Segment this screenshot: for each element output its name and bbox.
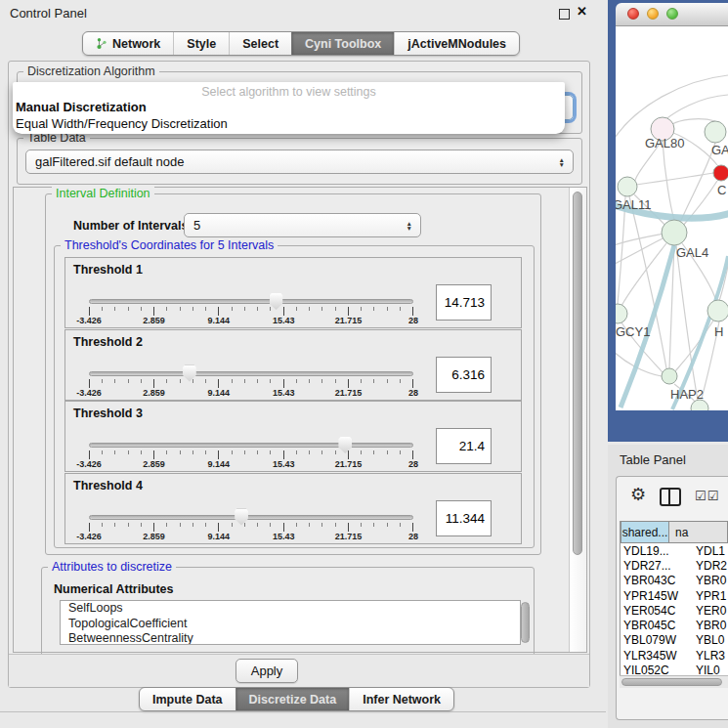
- algorithm-option-equal-width-frequency-discretization[interactable]: Equal Width/Frequency Discretization: [16, 116, 228, 131]
- tick-label: 15.43: [273, 459, 295, 469]
- table-row[interactable]: YLR345WYLR3: [621, 648, 728, 663]
- cell-shared-name[interactable]: YLR345W: [621, 649, 692, 663]
- checkbox-checked-icon[interactable]: ☑☑: [695, 489, 719, 503]
- threshold-label: Threshold 1: [73, 263, 143, 277]
- slider-track[interactable]: [89, 299, 413, 304]
- split-columns-icon[interactable]: [660, 488, 681, 506]
- threshold-3-value-field[interactable]: 21.4: [436, 428, 492, 464]
- number-of-intervals-label: Number of Intervals: [73, 219, 188, 233]
- attribute-item-betweennesscentrality[interactable]: BetweennessCentrality: [61, 631, 520, 645]
- network-node-gal11[interactable]: [618, 177, 637, 196]
- slider-track[interactable]: [89, 371, 413, 376]
- attributes-list-scrollbar[interactable]: [521, 602, 530, 643]
- table-row[interactable]: YBL079WYBL0: [621, 633, 728, 648]
- table-row[interactable]: YER054CYER0: [621, 603, 728, 618]
- cell-shared-name[interactable]: YDL19...: [621, 544, 692, 558]
- network-node-hap2[interactable]: [662, 368, 677, 384]
- threshold-2-value-field[interactable]: 6.316: [436, 357, 492, 393]
- tab-select[interactable]: Select: [229, 32, 291, 55]
- table-row[interactable]: YBR045CYBR0: [621, 618, 728, 632]
- threshold-4-slider[interactable]: -3.4262.8599.14415.4321.71528: [89, 509, 413, 544]
- cell-shared-name[interactable]: YBR043C: [621, 574, 692, 587]
- tick-label: 9.144: [208, 532, 231, 541]
- cell-name[interactable]: YDL1: [692, 544, 728, 558]
- algorithm-option-manual-discretization[interactable]: Manual Discretization: [16, 100, 147, 114]
- attributes-group: Attributes to discretize Numerical Attri…: [41, 567, 535, 662]
- tick-label: 9.144: [208, 316, 231, 325]
- cell-shared-name[interactable]: YPR145W: [621, 589, 692, 603]
- threshold-4-value-field[interactable]: 11.344: [436, 500, 492, 536]
- network-node-h[interactable]: [707, 300, 728, 321]
- threshold-3-slider[interactable]: -3.4262.8599.14415.4321.71528: [89, 437, 413, 472]
- tab-label: Impute Data: [152, 693, 223, 707]
- tick-label: -3.426: [76, 459, 102, 469]
- settings-scrollpane: Interval Definition Number of Intervals …: [13, 187, 587, 653]
- table-horizontal-scrollbar[interactable]: [620, 675, 728, 688]
- tab-discretize-data[interactable]: Discretize Data: [236, 688, 350, 710]
- attribute-item-selfloops[interactable]: SelfLoops: [61, 601, 520, 617]
- network-node-gcy1[interactable]: [616, 304, 627, 323]
- close-icon[interactable]: ✕: [577, 4, 587, 19]
- tab-cyni-toolbox[interactable]: Cyni Toolbox: [291, 32, 394, 55]
- thresholds-coordinates-label: Threshold's Coordinates for 5 Intervals: [61, 238, 278, 252]
- threshold-2-slider[interactable]: -3.4262.8599.14415.4321.71528: [89, 365, 413, 401]
- slider-tick-labels: -3.4262.8599.14415.4321.71528: [89, 459, 413, 469]
- slider-track[interactable]: [89, 515, 413, 520]
- table-horizontal-scrollbar-thumb[interactable]: [621, 678, 722, 686]
- settings-scrollbar[interactable]: [569, 188, 586, 652]
- cell-shared-name[interactable]: YBL079W: [621, 633, 692, 647]
- screen: Control Panel ✕ NetworkStyleSelectCyni T…: [0, 0, 728, 728]
- tick-label: 15.43: [273, 388, 295, 398]
- attributes-group-label: Attributes to discretize: [48, 560, 176, 574]
- tab-jactivemnodules[interactable]: jActiveMNodules: [394, 32, 519, 55]
- tick-label: -3.426: [76, 532, 102, 541]
- close-traffic-light-icon[interactable]: [627, 8, 639, 20]
- tab-label: Cyni Toolbox: [305, 37, 381, 51]
- apply-button[interactable]: Apply: [236, 659, 298, 683]
- table-row[interactable]: YBR043CYBR0: [621, 574, 728, 588]
- attribute-item-topologicalcoefficient[interactable]: TopologicalCoefficient: [61, 617, 520, 632]
- network-node-gal4[interactable]: [662, 220, 687, 245]
- network-node-ga[interactable]: [705, 121, 726, 143]
- threshold-3-panel: Threshold 3-3.4262.8599.14415.4321.71528…: [64, 401, 522, 472]
- network-node-c[interactable]: [713, 165, 728, 181]
- thresholds-coordinates-group: Threshold's Coordinates for 5 Intervals …: [54, 245, 535, 548]
- float-window-icon[interactable]: [559, 9, 570, 20]
- tab-network[interactable]: Network: [83, 32, 173, 55]
- table-row[interactable]: YDL19...YDL1: [621, 543, 728, 558]
- cell-name[interactable]: YPR1: [692, 589, 728, 603]
- cell-name[interactable]: YBL0: [692, 633, 728, 647]
- cyni-toolbox-panel: Discretization Algorithm ▲▼ Table Data g…: [8, 61, 590, 688]
- cell-name[interactable]: YER0: [692, 604, 728, 618]
- number-of-intervals-combobox[interactable]: 5 ▲▼: [184, 213, 421, 237]
- cell-shared-name[interactable]: YDR27...: [621, 559, 692, 573]
- slider-ticks: [89, 379, 413, 388]
- network-canvas[interactable]: GAL80GACGAL11GAL4GCY1HHAP2: [616, 26, 728, 410]
- numerical-attributes-list[interactable]: SelfLoopsTopologicalCoefficientBetweenne…: [60, 600, 521, 645]
- cell-name[interactable]: YDR2: [692, 559, 728, 573]
- gear-icon[interactable]: ⚙: [630, 484, 646, 505]
- tab-infer-network[interactable]: Infer Network: [349, 688, 453, 710]
- cell-shared-name[interactable]: YER054C: [621, 604, 692, 618]
- column-header-name[interactable]: na: [669, 521, 728, 543]
- cell-name[interactable]: YLR3: [692, 649, 728, 663]
- cell-shared-name[interactable]: YBR045C: [621, 619, 692, 632]
- tab-impute-data[interactable]: Impute Data: [140, 688, 236, 710]
- zoom-traffic-light-icon[interactable]: [666, 8, 678, 20]
- numerical-attributes-label: Numerical Attributes: [54, 582, 173, 596]
- slider-track[interactable]: [89, 443, 413, 448]
- threshold-1-value-field[interactable]: 14.713: [436, 284, 492, 321]
- cell-name[interactable]: YBR0: [692, 619, 728, 632]
- network-window-titlebar[interactable]: [616, 3, 728, 26]
- column-header-shared-name[interactable]: shared...: [621, 521, 669, 543]
- settings-scrollbar-thumb[interactable]: [573, 192, 582, 555]
- interval-definition-group: Interval Definition Number of Intervals …: [45, 193, 541, 555]
- table-row[interactable]: YDR27...YDR2: [621, 558, 728, 573]
- tab-style[interactable]: Style: [173, 32, 229, 55]
- minimize-traffic-light-icon[interactable]: [647, 8, 659, 20]
- table-data-combobox[interactable]: galFiltered.sif default node ▲▼: [25, 150, 574, 174]
- threshold-1-slider[interactable]: -3.4262.8599.14415.4321.71528: [89, 293, 413, 328]
- tick-label: 15.43: [273, 316, 295, 325]
- cell-name[interactable]: YBR0: [692, 574, 728, 587]
- table-row[interactable]: YPR145WYPR1: [621, 588, 728, 603]
